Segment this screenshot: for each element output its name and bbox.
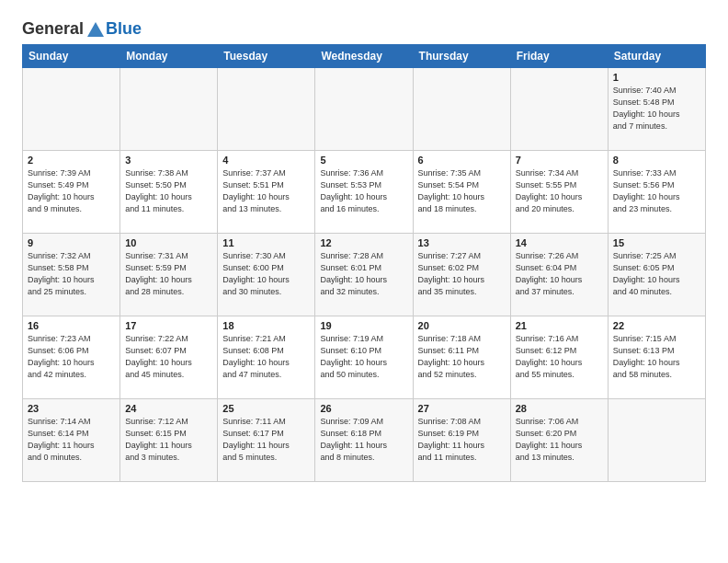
day-number: 8 — [613, 155, 700, 166]
day-info: Sunrise: 7:35 AM Sunset: 5:54 PM Dayligh… — [418, 167, 506, 215]
day-cell: 13Sunrise: 7:27 AM Sunset: 6:02 PM Dayli… — [413, 234, 510, 316]
day-cell: 3Sunrise: 7:38 AM Sunset: 5:50 PM Daylig… — [120, 151, 218, 234]
day-info: Sunrise: 7:11 AM Sunset: 6:17 PM Dayligh… — [222, 416, 310, 464]
day-info: Sunrise: 7:08 AM Sunset: 6:19 PM Dayligh… — [418, 416, 506, 464]
day-info: Sunrise: 7:32 AM Sunset: 5:58 PM Dayligh… — [28, 250, 115, 298]
day-cell — [23, 68, 120, 151]
day-info: Sunrise: 7:34 AM Sunset: 5:55 PM Dayligh… — [516, 167, 603, 215]
day-cell: 7Sunrise: 7:34 AM Sunset: 5:55 PM Daylig… — [510, 151, 608, 234]
weekday-header-tuesday: Tuesday — [218, 45, 315, 68]
logo: General Blue — [22, 18, 142, 39]
day-number: 26 — [320, 403, 407, 414]
day-cell: 5Sunrise: 7:36 AM Sunset: 5:53 PM Daylig… — [315, 151, 413, 234]
day-info: Sunrise: 7:22 AM Sunset: 6:07 PM Dayligh… — [125, 333, 212, 381]
calendar-table: SundayMondayTuesdayWednesdayThursdayFrid… — [22, 44, 706, 482]
day-number: 28 — [516, 403, 603, 414]
day-info: Sunrise: 7:26 AM Sunset: 6:04 PM Dayligh… — [516, 250, 603, 298]
day-info: Sunrise: 7:40 AM Sunset: 5:48 PM Dayligh… — [613, 85, 700, 132]
day-info: Sunrise: 7:14 AM Sunset: 6:14 PM Dayligh… — [28, 416, 115, 464]
day-cell: 6Sunrise: 7:35 AM Sunset: 5:54 PM Daylig… — [413, 151, 510, 234]
day-cell: 28Sunrise: 7:06 AM Sunset: 6:20 PM Dayli… — [510, 399, 608, 482]
logo-general-text: General — [22, 19, 84, 39]
day-cell: 16Sunrise: 7:23 AM Sunset: 6:06 PM Dayli… — [23, 316, 120, 399]
day-number: 22 — [613, 320, 700, 331]
day-info: Sunrise: 7:15 AM Sunset: 6:13 PM Dayligh… — [613, 333, 700, 381]
day-cell: 12Sunrise: 7:28 AM Sunset: 6:01 PM Dayli… — [315, 234, 413, 316]
week-row-5: 23Sunrise: 7:14 AM Sunset: 6:14 PM Dayli… — [23, 399, 706, 482]
day-number: 15 — [613, 237, 700, 248]
day-info: Sunrise: 7:21 AM Sunset: 6:08 PM Dayligh… — [222, 333, 310, 381]
day-cell: 8Sunrise: 7:33 AM Sunset: 5:56 PM Daylig… — [608, 151, 705, 234]
day-cell: 23Sunrise: 7:14 AM Sunset: 6:14 PM Dayli… — [23, 399, 120, 482]
day-number: 27 — [418, 403, 506, 414]
day-info: Sunrise: 7:28 AM Sunset: 6:01 PM Dayligh… — [320, 250, 407, 298]
day-cell: 1Sunrise: 7:40 AM Sunset: 5:48 PM Daylig… — [608, 68, 705, 151]
day-cell — [120, 68, 218, 151]
day-cell: 10Sunrise: 7:31 AM Sunset: 5:59 PM Dayli… — [120, 234, 218, 316]
day-number: 7 — [516, 155, 603, 166]
day-number: 19 — [320, 320, 407, 331]
day-info: Sunrise: 7:16 AM Sunset: 6:12 PM Dayligh… — [516, 333, 603, 381]
day-info: Sunrise: 7:30 AM Sunset: 6:00 PM Dayligh… — [222, 250, 310, 298]
day-cell: 11Sunrise: 7:30 AM Sunset: 6:00 PM Dayli… — [218, 234, 315, 316]
day-info: Sunrise: 7:19 AM Sunset: 6:10 PM Dayligh… — [320, 333, 407, 381]
day-cell: 17Sunrise: 7:22 AM Sunset: 6:07 PM Dayli… — [120, 316, 218, 399]
day-cell — [608, 399, 705, 482]
svg-marker-0 — [87, 22, 104, 37]
day-number: 4 — [222, 155, 310, 166]
day-number: 17 — [125, 320, 212, 331]
page-header: General Blue — [22, 18, 706, 39]
day-number: 5 — [320, 155, 407, 166]
weekday-header-saturday: Saturday — [608, 45, 705, 68]
logo-icon — [85, 18, 106, 39]
day-cell: 26Sunrise: 7:09 AM Sunset: 6:18 PM Dayli… — [315, 399, 413, 482]
day-number: 21 — [516, 320, 603, 331]
day-number: 16 — [28, 320, 115, 331]
day-info: Sunrise: 7:38 AM Sunset: 5:50 PM Dayligh… — [125, 167, 212, 215]
day-info: Sunrise: 7:31 AM Sunset: 5:59 PM Dayligh… — [125, 250, 212, 298]
day-number: 20 — [418, 320, 506, 331]
day-info: Sunrise: 7:06 AM Sunset: 6:20 PM Dayligh… — [516, 416, 603, 464]
day-info: Sunrise: 7:33 AM Sunset: 5:56 PM Dayligh… — [613, 167, 700, 215]
day-number: 14 — [516, 237, 603, 248]
day-cell: 22Sunrise: 7:15 AM Sunset: 6:13 PM Dayli… — [608, 316, 705, 399]
day-number: 11 — [222, 237, 310, 248]
day-number: 1 — [613, 72, 700, 83]
day-info: Sunrise: 7:36 AM Sunset: 5:53 PM Dayligh… — [320, 167, 407, 215]
day-number: 24 — [125, 403, 212, 414]
day-info: Sunrise: 7:18 AM Sunset: 6:11 PM Dayligh… — [418, 333, 506, 381]
day-info: Sunrise: 7:25 AM Sunset: 6:05 PM Dayligh… — [613, 250, 700, 298]
day-cell: 25Sunrise: 7:11 AM Sunset: 6:17 PM Dayli… — [218, 399, 315, 482]
week-row-1: 1Sunrise: 7:40 AM Sunset: 5:48 PM Daylig… — [23, 68, 706, 151]
day-number: 10 — [125, 237, 212, 248]
day-info: Sunrise: 7:39 AM Sunset: 5:49 PM Dayligh… — [28, 167, 115, 215]
day-cell: 18Sunrise: 7:21 AM Sunset: 6:08 PM Dayli… — [218, 316, 315, 399]
day-number: 9 — [28, 237, 115, 248]
day-number: 18 — [222, 320, 310, 331]
day-cell — [413, 68, 510, 151]
day-cell: 9Sunrise: 7:32 AM Sunset: 5:58 PM Daylig… — [23, 234, 120, 316]
weekday-header-row: SundayMondayTuesdayWednesdayThursdayFrid… — [23, 45, 706, 68]
weekday-header-thursday: Thursday — [413, 45, 510, 68]
day-info: Sunrise: 7:23 AM Sunset: 6:06 PM Dayligh… — [28, 333, 115, 381]
week-row-4: 16Sunrise: 7:23 AM Sunset: 6:06 PM Dayli… — [23, 316, 706, 399]
day-number: 13 — [418, 237, 506, 248]
day-cell: 2Sunrise: 7:39 AM Sunset: 5:49 PM Daylig… — [23, 151, 120, 234]
day-info: Sunrise: 7:12 AM Sunset: 6:15 PM Dayligh… — [125, 416, 212, 464]
day-info: Sunrise: 7:37 AM Sunset: 5:51 PM Dayligh… — [222, 167, 310, 215]
day-cell — [218, 68, 315, 151]
weekday-header-sunday: Sunday — [23, 45, 120, 68]
day-cell: 27Sunrise: 7:08 AM Sunset: 6:19 PM Dayli… — [413, 399, 510, 482]
weekday-header-friday: Friday — [510, 45, 608, 68]
day-number: 6 — [418, 155, 506, 166]
day-number: 3 — [125, 155, 212, 166]
day-info: Sunrise: 7:27 AM Sunset: 6:02 PM Dayligh… — [418, 250, 506, 298]
day-cell: 15Sunrise: 7:25 AM Sunset: 6:05 PM Dayli… — [608, 234, 705, 316]
day-number: 23 — [28, 403, 115, 414]
logo-blue-text: Blue — [106, 19, 142, 39]
day-number: 12 — [320, 237, 407, 248]
day-cell: 24Sunrise: 7:12 AM Sunset: 6:15 PM Dayli… — [120, 399, 218, 482]
day-cell: 14Sunrise: 7:26 AM Sunset: 6:04 PM Dayli… — [510, 234, 608, 316]
week-row-3: 9Sunrise: 7:32 AM Sunset: 5:58 PM Daylig… — [23, 234, 706, 316]
day-cell: 21Sunrise: 7:16 AM Sunset: 6:12 PM Dayli… — [510, 316, 608, 399]
